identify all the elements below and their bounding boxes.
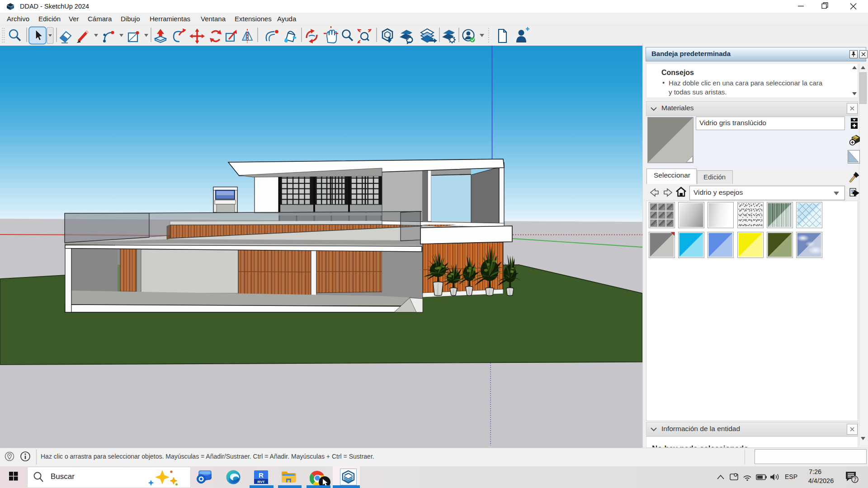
svg-text:R: R bbox=[259, 471, 264, 479]
svg-text:7: 7 bbox=[854, 477, 857, 483]
svg-text:RVT: RVT bbox=[258, 480, 265, 484]
